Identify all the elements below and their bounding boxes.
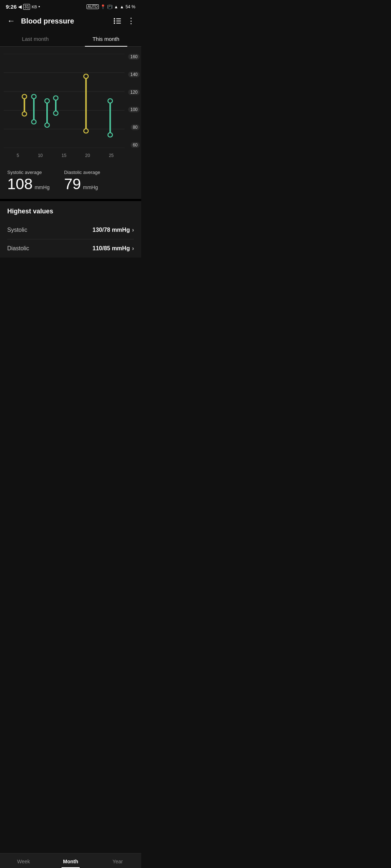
svg-rect-5 xyxy=(116,23,121,24)
x-label-25: 25 xyxy=(109,153,114,158)
y-label-60: 60 xyxy=(131,142,140,148)
dot-indicator: • xyxy=(38,4,40,9)
svg-point-16 xyxy=(31,94,36,99)
back-button[interactable]: ← xyxy=(6,15,17,27)
status-bar: 9:26 ◀ 31 KB • AUTO 📍 📳 ▲ ▲ 54 % xyxy=(0,0,141,12)
x-label-10: 10 xyxy=(38,153,43,158)
systolic-highest-row[interactable]: Systolic 130/78 mmHg › xyxy=(7,221,134,239)
highest-values-title: Highest values xyxy=(7,208,134,215)
systolic-average: Systolic average 108 mmHg xyxy=(7,170,50,192)
tab-last-month[interactable]: Last month xyxy=(0,31,71,46)
diastolic-row-value: 110/85 mmHg › xyxy=(93,245,134,252)
tab-this-month[interactable]: This month xyxy=(71,31,141,46)
svg-point-20 xyxy=(45,123,50,127)
vibrate-icon: 📳 xyxy=(107,4,113,9)
svg-point-23 xyxy=(54,111,58,115)
svg-point-28 xyxy=(108,99,113,103)
systolic-row-value: 130/78 mmHg › xyxy=(93,227,134,233)
svg-rect-1 xyxy=(116,18,121,19)
period-tabs: Last month This month xyxy=(0,31,141,47)
wifi-icon: ▲ xyxy=(114,4,118,9)
svg-point-29 xyxy=(108,133,113,137)
highest-values-section: Highest values Systolic 130/78 mmHg › Di… xyxy=(0,201,141,258)
diastolic-row-label: Diastolic xyxy=(7,245,29,252)
y-axis: 160 140 120 100 80 60 xyxy=(125,54,141,148)
stats-row: Systolic average 108 mmHg Diastolic aver… xyxy=(7,170,134,192)
diastolic-highest-row[interactable]: Diastolic 110/85 mmHg › xyxy=(7,239,134,258)
svg-point-26 xyxy=(84,129,88,133)
diastolic-label: Diastolic average xyxy=(64,170,100,175)
signal-icon: ▲ xyxy=(120,4,124,9)
chart-grid xyxy=(4,54,125,148)
y-label-120: 120 xyxy=(128,89,140,95)
navigation-icon: ◀ xyxy=(18,4,22,9)
list-view-button[interactable] xyxy=(113,17,121,25)
svg-point-25 xyxy=(84,74,88,78)
svg-point-2 xyxy=(114,20,115,22)
x-label-15: 15 xyxy=(62,153,66,158)
svg-point-22 xyxy=(54,96,58,100)
svg-point-14 xyxy=(22,112,27,116)
systolic-row-label: Systolic xyxy=(7,227,27,233)
page-title: Blood pressure xyxy=(21,17,109,25)
blood-pressure-chart: 160 140 120 100 80 60 5 10 15 20 25 xyxy=(0,47,141,163)
y-label-140: 140 xyxy=(128,72,140,77)
svg-point-13 xyxy=(22,94,27,99)
calendar-icon: 31 xyxy=(23,4,30,10)
diastolic-average: Diastolic average 79 mmHg xyxy=(64,170,100,192)
y-label-160: 160 xyxy=(128,54,140,60)
status-right: AUTO 📍 📳 ▲ ▲ 54 % xyxy=(87,4,135,9)
svg-rect-3 xyxy=(116,21,121,21)
kb-label: KB xyxy=(31,5,37,9)
x-label-5: 5 xyxy=(17,153,19,158)
svg-point-0 xyxy=(114,18,115,20)
systolic-value: 108 mmHg xyxy=(7,176,50,192)
x-label-20: 20 xyxy=(85,153,90,158)
y-label-100: 100 xyxy=(128,107,140,112)
systolic-chevron-icon: › xyxy=(132,227,134,233)
svg-point-17 xyxy=(31,120,36,124)
diastolic-chevron-icon: › xyxy=(132,245,134,252)
header: ← Blood pressure ⋮ xyxy=(0,12,141,31)
auto-icon: AUTO xyxy=(87,4,99,9)
status-left: 9:26 ◀ 31 KB • xyxy=(6,4,40,10)
averages-section: Systolic average 108 mmHg Diastolic aver… xyxy=(0,163,141,199)
battery-label: 54 % xyxy=(126,4,135,9)
status-time: 9:26 xyxy=(6,4,17,10)
systolic-label: Systolic average xyxy=(7,170,50,175)
x-axis: 5 10 15 20 25 xyxy=(0,152,141,159)
svg-point-19 xyxy=(45,99,50,103)
y-label-80: 80 xyxy=(131,124,140,130)
svg-point-4 xyxy=(114,22,115,24)
diastolic-value: 79 mmHg xyxy=(64,176,100,192)
more-options-button[interactable]: ⋮ xyxy=(127,16,135,26)
location-icon: 📍 xyxy=(100,4,106,9)
header-actions: ⋮ xyxy=(113,16,135,26)
